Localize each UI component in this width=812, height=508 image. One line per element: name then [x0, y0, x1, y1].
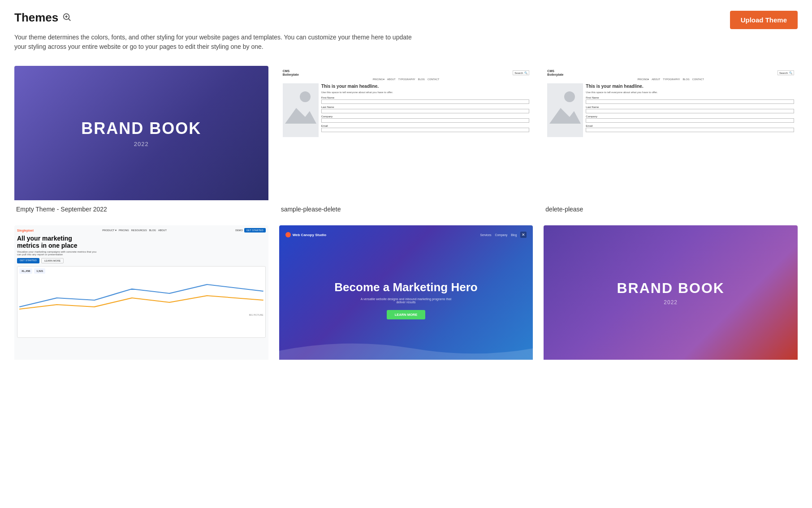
cms2-field-lastname: Last Name — [586, 106, 794, 113]
cms2-input-firstname — [586, 99, 794, 104]
big-picture-label: BIG PICTURE — [19, 314, 263, 316]
theme-name-delete: delete-please — [544, 200, 798, 215]
wc-logo-area: Web Canopy Studio — [285, 232, 326, 237]
header-left: Themes — [14, 11, 72, 25]
theme-name-sample: sample-please-delete — [279, 200, 533, 215]
analytics-sub: Visualize your marketing campaigns with … — [17, 250, 266, 256]
analytics-stats: XL,456 1,521 — [19, 268, 263, 274]
cms-label-lastname: Last Name — [321, 106, 530, 108]
svg-rect-7 — [547, 83, 583, 137]
cms2-body: This is your main headline. Use this spa… — [547, 83, 794, 137]
theme-name-empty-theme: Empty Theme - September 2022 — [14, 200, 268, 215]
cms-search: Search 🔍 — [513, 70, 529, 75]
theme-name-analytics — [14, 360, 268, 367]
cms-logo: CMSBoilerplate — [283, 69, 299, 76]
cms2-input-email — [586, 128, 794, 132]
brandbook2-title: BRAND BOOK — [617, 280, 724, 297]
wc-subheadline: A versatile website designs and inbound … — [357, 297, 455, 304]
wc-headline: Become a Marketing Hero — [334, 281, 477, 294]
analytics-logo: Singlepixel — [17, 229, 34, 232]
theme-card-sample-please-delete[interactable]: CMSBoilerplate Search 🔍 PRICING▾ABOUTTYP… — [279, 66, 533, 215]
cms2-input-lastname — [586, 109, 794, 113]
wc-nav-services: Services — [480, 233, 492, 237]
wc-cta-button[interactable]: LEARN MORE — [387, 310, 425, 319]
cms2-label-company: Company — [586, 115, 794, 118]
wc-nav: Services Company Blog ✕ — [480, 232, 527, 238]
theme-card-empty-theme[interactable]: BRAND BOOK 2022 Empty Theme - September … — [14, 66, 268, 215]
cms-nav: PRICING▾ABOUTTYPOGRAPHYBLOGCONTACT — [283, 78, 530, 81]
cms2-thumbnail: CMSBoilerplate Search 🔍 PRICING▾ABOUTTYP… — [544, 66, 798, 200]
cms-sub: Use this space to tell everyone about wh… — [321, 91, 530, 94]
theme-card-webcanopy[interactable]: Web Canopy Studio Services Company Blog … — [279, 225, 533, 367]
theme-card-brandbook2[interactable]: BRAND BOOK 2022 — [544, 225, 798, 367]
page-description: Your theme determines the colors, fonts,… — [14, 33, 418, 52]
theme-thumbnail-delete: CMSBoilerplate Search 🔍 PRICING▾ABOUTTYP… — [544, 66, 798, 200]
theme-name-brandbook2 — [544, 360, 798, 367]
upload-theme-button[interactable]: Upload Theme — [730, 11, 798, 29]
cms2-label-lastname: Last Name — [586, 106, 794, 108]
svg-point-8 — [564, 91, 575, 102]
theme-thumbnail-sample: CMSBoilerplate Search 🔍 PRICING▾ABOUTTYP… — [279, 66, 533, 200]
wc-logo-text: Web Canopy Studio — [293, 233, 326, 237]
svg-rect-4 — [283, 83, 319, 137]
analytics-get-started: GET STARTED — [17, 258, 39, 263]
cms2-field-firstname: First Name — [586, 96, 794, 104]
page-title: Themes — [14, 11, 58, 25]
cms2-content: This is your main headline. Use this spa… — [586, 83, 794, 137]
cms2-sub: Use this space to tell everyone about wh… — [586, 91, 794, 94]
analytics-thumbnail: Singlepixel PRODUCT ▾PRICINGRESOURCESBLO… — [14, 225, 268, 360]
cms2-nav: PRICING▾ABOUTTYPOGRAPHYBLOGCONTACT — [547, 78, 794, 81]
analytics-btns: GET STARTED LEARN MORE — [17, 258, 266, 263]
svg-point-5 — [300, 91, 311, 102]
page-wrapper: Themes Upload Theme Your theme determine… — [0, 0, 812, 508]
theme-thumbnail-empty-theme: BRAND BOOK 2022 — [14, 66, 268, 200]
cms-image — [283, 83, 319, 137]
cms2-headline: This is your main headline. — [586, 83, 794, 89]
cms-headline: This is your main headline. — [321, 83, 530, 89]
cms-field-lastname: Last Name — [321, 106, 530, 113]
cms-input-email — [321, 128, 530, 132]
analytics-nav-links: PRODUCT ▾PRICINGRESOURCESBLOGABOUT — [102, 229, 167, 232]
cms2-input-company — [586, 118, 794, 123]
theme-thumbnail-webcanopy: Web Canopy Studio Services Company Blog … — [279, 225, 533, 360]
svg-line-1 — [68, 18, 70, 21]
stat-1: XL,456 — [19, 268, 32, 274]
wc-close-icon: ✕ — [520, 232, 527, 238]
cms-field-email: Email — [321, 125, 530, 132]
brandbook2-year: 2022 — [664, 299, 678, 306]
cms-thumbnail: CMSBoilerplate Search 🔍 PRICING▾ABOUTTYP… — [279, 66, 533, 200]
theme-thumbnail-brandbook2: BRAND BOOK 2022 — [544, 225, 798, 360]
wc-logo-icon — [285, 232, 291, 237]
cms2-image — [547, 83, 583, 137]
cms-content: This is your main headline. Use this spa… — [321, 83, 530, 137]
cms2-search: Search 🔍 — [777, 70, 794, 75]
analytics-cta: GET STARTED — [244, 228, 266, 232]
zoom-in-icon[interactable] — [62, 12, 72, 24]
brandbook2-thumbnail: BRAND BOOK 2022 — [544, 225, 798, 360]
brandbook-year: 2022 — [134, 141, 149, 147]
stat-2: 1,521 — [34, 268, 45, 274]
wc-nav-company: Company — [495, 233, 507, 237]
cms2-label-firstname: First Name — [586, 96, 794, 99]
cms2-field-email: Email — [586, 125, 794, 132]
cms-label-email: Email — [321, 125, 530, 127]
wc-header: Web Canopy Studio Services Company Blog … — [285, 232, 527, 238]
analytics-dashboard: XL,456 1,521 BIG PICTURE — [17, 266, 266, 338]
theme-card-analytics[interactable]: Singlepixel PRODUCT ▾PRICINGRESOURCESBLO… — [14, 225, 268, 367]
wc-wave — [279, 337, 533, 360]
cms-body: This is your main headline. Use this spa… — [283, 83, 530, 137]
svg-rect-10 — [19, 276, 263, 311]
cms2-field-company: Company — [586, 115, 794, 123]
theme-card-delete-please[interactable]: CMSBoilerplate Search 🔍 PRICING▾ABOUTTYP… — [544, 66, 798, 215]
page-header: Themes Upload Theme — [14, 11, 798, 29]
cms-input-company — [321, 118, 530, 123]
brandbook-title: BRAND BOOK — [81, 119, 201, 138]
cms2-label-email: Email — [586, 125, 794, 127]
brandbook-thumbnail: BRAND BOOK 2022 — [14, 66, 268, 200]
cms-input-firstname — [321, 99, 530, 104]
analytics-nav: Singlepixel PRODUCT ▾PRICINGRESOURCESBLO… — [17, 228, 266, 232]
cms-field-firstname: First Name — [321, 96, 530, 104]
cms-input-lastname — [321, 109, 530, 113]
cms2-logo: CMSBoilerplate — [547, 69, 563, 76]
theme-name-webcanopy — [279, 360, 533, 367]
